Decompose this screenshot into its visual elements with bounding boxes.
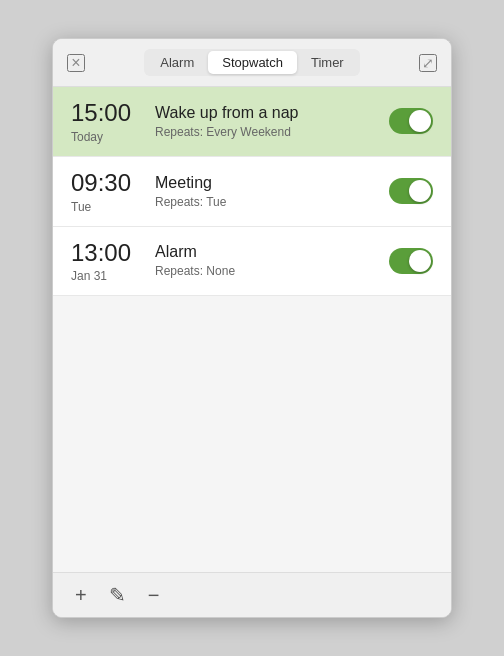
alarm-label: Wake up from a nap xyxy=(155,104,389,122)
alarm-repeat-label: Repeats: None xyxy=(155,264,389,278)
alarm-time: 15:00 xyxy=(71,99,141,128)
titlebar: × AlarmStopwatchTimer ⤢ xyxy=(53,39,451,87)
alarm-toggle[interactable] xyxy=(389,108,433,134)
alarm-repeat-label: Repeats: Tue xyxy=(155,195,389,209)
alarm-repeat-label: Repeats: Every Weekend xyxy=(155,125,389,139)
alarm-date: Today xyxy=(71,130,141,144)
alarm-info: Alarm Repeats: None xyxy=(155,243,389,278)
alarm-time-section: 13:00 Jan 31 xyxy=(71,239,141,284)
alarm-item: 13:00 Jan 31 Alarm Repeats: None xyxy=(53,227,451,297)
alarm-label: Meeting xyxy=(155,174,389,192)
alarm-time-section: 09:30 Tue xyxy=(71,169,141,214)
alarm-toggle[interactable] xyxy=(389,248,433,274)
alarm-list: 15:00 Today Wake up from a nap Repeats: … xyxy=(53,87,451,572)
alarm-date: Tue xyxy=(71,200,141,214)
app-window: × AlarmStopwatchTimer ⤢ 15:00 Today Wake… xyxy=(52,38,452,618)
alarm-item: 09:30 Tue Meeting Repeats: Tue xyxy=(53,157,451,227)
tab-timer[interactable]: Timer xyxy=(297,51,358,74)
alarm-time: 13:00 xyxy=(71,239,141,268)
toolbar: + ✎ − xyxy=(53,572,451,617)
tab-stopwatch[interactable]: Stopwatch xyxy=(208,51,297,74)
alarm-info: Meeting Repeats: Tue xyxy=(155,174,389,209)
tab-alarm[interactable]: Alarm xyxy=(146,51,208,74)
alarm-item: 15:00 Today Wake up from a nap Repeats: … xyxy=(53,87,451,157)
tab-group: AlarmStopwatchTimer xyxy=(144,49,359,76)
alarm-label: Alarm xyxy=(155,243,389,261)
alarm-info: Wake up from a nap Repeats: Every Weeken… xyxy=(155,104,389,139)
add-alarm-button[interactable]: + xyxy=(71,583,91,607)
delete-alarm-button[interactable]: − xyxy=(144,583,164,607)
expand-button[interactable]: ⤢ xyxy=(419,54,437,72)
alarm-time-section: 15:00 Today xyxy=(71,99,141,144)
close-button[interactable]: × xyxy=(67,54,85,72)
alarm-toggle[interactable] xyxy=(389,178,433,204)
edit-alarm-button[interactable]: ✎ xyxy=(105,583,130,607)
alarm-date: Jan 31 xyxy=(71,269,141,283)
alarm-time: 09:30 xyxy=(71,169,141,198)
